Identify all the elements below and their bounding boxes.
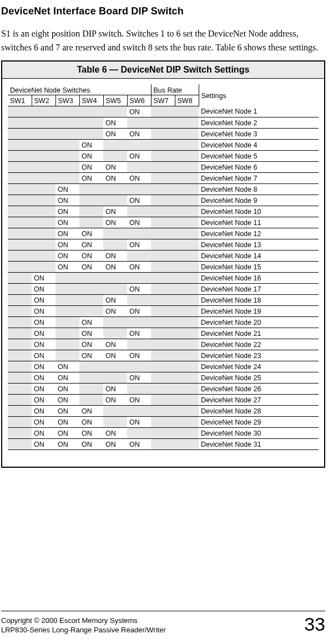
sw-cell [79,117,103,129]
sw-cell: ON [103,295,127,306]
sw-cell: ON [127,350,151,361]
setting-name: DeviceNet Node 6 [199,162,319,173]
sw-cell: ON [103,262,127,273]
sw-cell [8,273,32,284]
sw-cell: ON [56,395,79,406]
sw-cell [32,228,56,239]
sw-cell: ON [56,439,79,450]
sw-cell [103,317,127,328]
sw-cell: ON [56,406,79,417]
sw-cell [127,184,151,195]
sw-cell: ON [127,195,151,206]
sw-cell [175,406,199,417]
sw-cell [8,284,32,295]
sw-cell [8,195,32,206]
sw-cell [175,306,199,317]
sw-cell [8,328,32,339]
sw-cell [32,140,56,151]
sw-cell [103,228,127,239]
sw-cell: ON [56,251,79,262]
sw-cell: ON [103,428,127,439]
sw-cell: ON [103,206,127,217]
sw-header-4: SW4 [79,95,103,106]
sw-cell [103,239,127,251]
setting-name: DeviceNet Node 26 [199,384,319,395]
sw-cell [175,317,199,328]
sw-cell: ON [79,350,103,361]
table-row: ONONDeviceNet Node 18 [8,295,319,306]
setting-name: DeviceNet Node 29 [199,417,319,428]
sw-cell [175,284,199,295]
sw-cell: ON [32,328,56,339]
sw-cell: ON [32,361,56,372]
sw-cell: ON [127,328,151,339]
setting-name: DeviceNet Node 31 [199,439,319,450]
sw-cell [56,106,79,117]
table-row: ONONONDeviceNet Node 11 [8,217,319,228]
sw-cell: ON [103,251,127,262]
sw-cell [8,140,32,151]
sw-cell [8,295,32,306]
sw-cell [103,284,127,295]
sw-cell [151,106,175,117]
setting-name: DeviceNet Node 28 [199,406,319,417]
sw-cell: ON [56,206,79,217]
sw-cell [8,361,32,372]
sw-cell [151,406,175,417]
sw-cell: ON [79,173,103,184]
sw-cell: ON [56,372,79,384]
sw-cell [175,417,199,428]
setting-name: DeviceNet Node 12 [199,228,319,239]
sw-cell [127,406,151,417]
sw-cell [175,372,199,384]
sw-cell [103,328,127,339]
sw-cell [151,384,175,395]
sw-cell [175,106,199,117]
sw-cell [8,317,32,328]
sw-cell [56,284,79,295]
sw-cell: ON [103,117,127,129]
sw-cell [79,306,103,317]
sw-cell: ON [103,306,127,317]
table-row: ONDeviceNet Node 16 [8,273,319,284]
sw-cell [127,162,151,173]
sw-cell: ON [127,417,151,428]
sw-cell: ON [103,339,127,350]
sw-cell [8,406,32,417]
table-row: ONONONONDeviceNet Node 15 [8,262,319,273]
sw-cell: ON [56,228,79,239]
table-row: ONONDeviceNet Node 5 [8,151,319,162]
sw-cell [79,184,103,195]
sw-cell [32,217,56,228]
sw-cell: ON [79,162,103,173]
sw-cell: ON [103,129,127,140]
settings-label: Settings [199,84,319,106]
sw-cell [175,251,199,262]
table-row: ONONONDeviceNet Node 25 [8,372,319,384]
sw-cell: ON [32,306,56,317]
sw-cell [151,151,175,162]
sw-cell [32,184,56,195]
table-row: ONDeviceNet Node 1 [8,106,319,117]
setting-name: DeviceNet Node 27 [199,395,319,406]
sw-cell [151,262,175,273]
sw-cell [32,239,56,251]
table-row: ONONONDeviceNet Node 7 [8,173,319,184]
sw-cell [151,372,175,384]
sw-cell [56,140,79,151]
sw-cell [175,273,199,284]
sw-cell [8,339,32,350]
sw-cell: ON [32,339,56,350]
sw-cell [103,151,127,162]
sw-cell [127,339,151,350]
sw-cell [175,129,199,140]
sw-cell: ON [127,439,151,450]
setting-name: DeviceNet Node 21 [199,328,319,339]
table-row: ONONONDeviceNet Node 14 [8,251,319,262]
sw-cell [127,273,151,284]
table-row: ONONDeviceNet Node 17 [8,284,319,295]
sw-header-1: SW1 [8,95,32,106]
table-row: ONONONONDeviceNet Node 30 [8,428,319,439]
sw-cell [175,195,199,206]
table-row: ONONONDeviceNet Node 19 [8,306,319,317]
